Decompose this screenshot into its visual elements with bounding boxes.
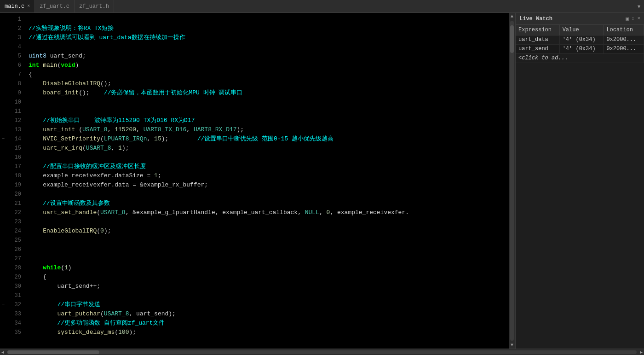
- live-watch-pin-button[interactable]: ▣: [626, 16, 629, 22]
- horizontal-scrollbar-thumb[interactable]: [7, 350, 99, 354]
- watch-row-add[interactable]: <click to ad...: [516, 53, 644, 63]
- scroll-right-arrow[interactable]: ▶: [638, 349, 644, 355]
- tab-main-c[interactable]: main.c ×: [0, 0, 35, 12]
- live-watch-title: Live Watch: [519, 16, 552, 22]
- line-numbers: 12345 678910 1112131415 1617181920 21222…: [6, 13, 25, 349]
- watch-loc-0: 0x2000...: [604, 35, 644, 44]
- watch-row-0: uart_data '4' (0x34) 0x2000...: [516, 35, 644, 44]
- collapse-1[interactable]: −: [0, 134, 6, 144]
- scroll-up-arrow[interactable]: ▲: [510, 13, 514, 20]
- watch-row-1: uart_send '4' (0x34) 0x2000...: [516, 44, 644, 53]
- tab-label-zf-uart-c: zf_uart.c: [40, 3, 69, 10]
- code-editor[interactable]: //实验现象说明：将RX TX短接 //通过在线调试可以看到 uart_data…: [25, 13, 509, 349]
- vertical-scrollbar[interactable]: ▲ ▼: [509, 13, 515, 349]
- scroll-left-arrow[interactable]: ◀: [0, 349, 6, 355]
- col-value: Value: [559, 25, 604, 35]
- tab-zf-uart-h[interactable]: zf_uart.h: [75, 0, 114, 12]
- live-watch-float-button[interactable]: ↕: [632, 16, 635, 22]
- main-area: − − 12345 678910 1112131415 1617181920 2…: [0, 13, 644, 349]
- live-watch-table: Expression Value Location uart_data '4' …: [516, 25, 644, 63]
- tab-label-zf-uart-h: zf_uart.h: [79, 3, 109, 10]
- col-expression: Expression: [516, 25, 559, 35]
- watch-expr-1[interactable]: uart_send: [516, 44, 559, 53]
- scrollbar-track[interactable]: [510, 21, 514, 341]
- watch-expr-0[interactable]: uart_data: [516, 35, 559, 44]
- editor-area: − − 12345 678910 1112131415 1617181920 2…: [0, 13, 515, 349]
- tab-label-main: main.c: [5, 3, 24, 10]
- collapse-2[interactable]: −: [0, 300, 6, 309]
- live-watch-close-button[interactable]: ×: [637, 16, 640, 22]
- bottom-bar: ◀ ▶: [0, 349, 644, 355]
- tab-overflow-button[interactable]: ▾: [637, 2, 644, 11]
- watch-value-0: '4' (0x34): [559, 35, 604, 44]
- live-watch-panel: Live Watch ▣ ↕ × Expression Value Locati…: [515, 13, 644, 349]
- horizontal-scrollbar-track[interactable]: [7, 350, 637, 354]
- live-watch-controls: ▣ ↕ ×: [626, 16, 640, 22]
- watch-value-1: '4' (0x34): [559, 44, 604, 53]
- tab-close-main[interactable]: ×: [27, 4, 30, 9]
- scroll-down-arrow[interactable]: ▼: [510, 342, 514, 349]
- scrollbar-thumb[interactable]: [510, 25, 514, 53]
- collapse-gutter[interactable]: − −: [0, 13, 6, 349]
- watch-loc-1: 0x2000...: [604, 44, 644, 53]
- tab-bar: main.c × zf_uart.c zf_uart.h ▾: [0, 0, 644, 13]
- live-watch-header: Live Watch ▣ ↕ ×: [516, 13, 644, 25]
- watch-add-expression[interactable]: <click to ad...: [516, 53, 644, 63]
- col-location: Location: [604, 25, 644, 35]
- tab-zf-uart-c[interactable]: zf_uart.c: [35, 0, 75, 12]
